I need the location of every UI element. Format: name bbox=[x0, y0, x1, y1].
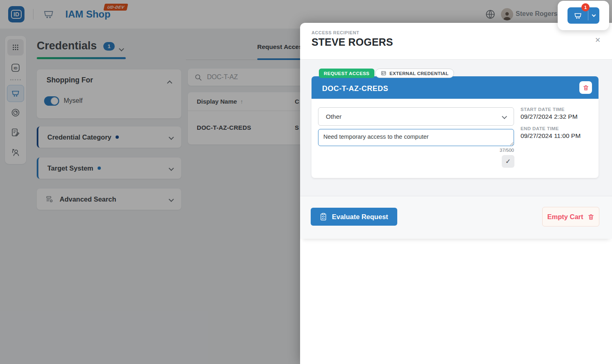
start-date-label: START DATE TIME bbox=[521, 107, 565, 112]
end-date-value[interactable]: 09/27/2024 11:00 PM bbox=[521, 132, 581, 140]
cart-widget-card: 1 bbox=[558, 1, 609, 30]
cart-dropdown-toggle[interactable] bbox=[588, 15, 599, 16]
access-recipient-name: STEVE ROGERS bbox=[312, 36, 393, 48]
cart-icon[interactable] bbox=[567, 11, 588, 20]
external-credential-badge-label: EXTERNAL CREDENTIAL bbox=[389, 71, 449, 76]
empty-cart-label: Empty Cart bbox=[547, 213, 583, 221]
evaluate-request-label: Evaluate Request bbox=[332, 213, 388, 221]
drawer-body: REQUEST ACCESS EXTERNAL CREDENTIAL DOC-T… bbox=[300, 59, 612, 196]
id-card-icon bbox=[381, 71, 387, 76]
chevron-down-icon bbox=[592, 13, 596, 17]
trash-icon bbox=[583, 84, 589, 91]
trash-icon bbox=[588, 213, 594, 220]
external-credential-badge: EXTERNAL CREDENTIAL bbox=[375, 69, 454, 78]
char-counter: 37/500 bbox=[318, 148, 514, 153]
confirm-check-button[interactable]: ✓ bbox=[502, 155, 514, 168]
justification-textarea[interactable]: Need temporary access to the computer bbox=[318, 129, 514, 146]
close-icon[interactable]: ✕ bbox=[595, 36, 601, 44]
empty-cart-button[interactable]: Empty Cart bbox=[542, 207, 599, 226]
start-date-value[interactable]: 09/27/2024 2:32 PM bbox=[521, 113, 578, 120]
evaluate-request-button[interactable]: Evaluate Request bbox=[311, 208, 397, 226]
end-date-label: END DATE TIME bbox=[521, 126, 559, 131]
cart-item-body: Other Need temporary access to the compu… bbox=[312, 99, 599, 178]
cart-item-header: DOC-T-AZ-CREDS bbox=[312, 76, 599, 99]
access-recipient-label: ACCESS RECIPIENT bbox=[312, 30, 359, 35]
select-chevron-down-icon bbox=[502, 114, 507, 119]
remove-item-button[interactable] bbox=[579, 81, 592, 94]
cart-item-card: DOC-T-AZ-CREDS Other Need temporary acce… bbox=[312, 76, 599, 178]
cart-count-badge: 1 bbox=[581, 3, 590, 11]
drawer-footer: Evaluate Request Empty Cart bbox=[300, 196, 612, 239]
reason-select-value: Other bbox=[326, 113, 342, 120]
cart-drawer: ACCESS RECIPIENT STEVE ROGERS ✕ REQUEST … bbox=[300, 23, 612, 364]
reason-select[interactable]: Other bbox=[318, 107, 514, 126]
clipboard-icon bbox=[320, 213, 327, 221]
request-access-badge: REQUEST ACCESS bbox=[319, 69, 374, 78]
screen: ID IAM Shop UD-DEV Steve Rogers ID bbox=[0, 0, 612, 364]
cart-item-name: DOC-T-AZ-CREDS bbox=[322, 84, 388, 93]
